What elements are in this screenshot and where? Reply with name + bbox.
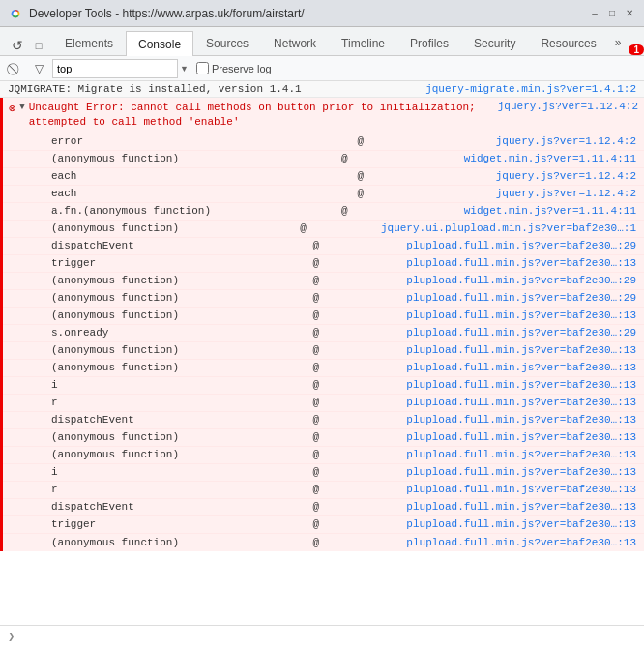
at-sign: @ [312, 344, 319, 356]
preserve-log-label[interactable]: Preserve log [196, 62, 272, 74]
error-message: Uncaught Error: cannot call methods on b… [29, 101, 486, 131]
stack-row: trigger@plupload.full.min.js?ver=baf2e30… [3, 255, 644, 273]
stack-file-link[interactable]: widget.min.js?ver=1.11.4:11 [464, 153, 636, 164]
stack-file-link[interactable]: plupload.full.min.js?ver=baf2e30…:29 [406, 292, 636, 304]
at-sign: @ [312, 397, 319, 408]
stack-function: i [51, 379, 225, 391]
at-sign: @ [341, 153, 348, 164]
nav-icons: ↺ □ [4, 36, 52, 55]
stack-function: r [51, 397, 225, 408]
stack-function: (anonymous function) [51, 153, 225, 164]
stack-row: (anonymous function)@plupload.full.min.j… [3, 360, 644, 377]
at-sign: @ [312, 518, 319, 530]
tab-network[interactable]: Network [261, 30, 329, 55]
info-file-link[interactable]: jquery-migrate.min.js?ver=1.4.1:2 [425, 83, 636, 95]
stack-file-link[interactable]: plupload.full.min.js?ver=baf2e30…:13 [406, 537, 636, 548]
stack-function: trigger [51, 257, 225, 269]
stack-file-link[interactable]: plupload.full.min.js?ver=baf2e30…:29 [406, 327, 636, 339]
stack-row: dispatchEvent@plupload.full.min.js?ver=b… [3, 238, 644, 255]
stack-file-link[interactable]: plupload.full.min.js?ver=baf2e30…:13 [406, 431, 636, 443]
stack-function: a.fn.(anonymous function) [51, 205, 225, 217]
stack-function: dispatchEvent [51, 240, 225, 251]
stack-row: (anonymous function)@jquery.ui.plupload.… [3, 221, 644, 238]
stack-file-link[interactable]: plupload.full.min.js?ver=baf2e30…:13 [406, 362, 636, 373]
stack-file-link[interactable]: jquery.js?ver=1.12.4:2 [496, 135, 636, 147]
filter-button[interactable]: ▽ [29, 59, 48, 78]
stack-file-link[interactable]: jquery.js?ver=1.12.4:2 [496, 170, 636, 182]
stack-file-link[interactable]: plupload.full.min.js?ver=baf2e30…:13 [406, 397, 636, 408]
at-sign: @ [312, 379, 319, 391]
title-bar: Developer Tools - https://www.arpas.uk/f… [0, 0, 644, 27]
tab-resources[interactable]: Resources [528, 30, 608, 55]
chevron-right-icon: » [615, 36, 622, 49]
stack-file-link[interactable]: plupload.full.min.js?ver=baf2e30…:13 [406, 501, 636, 513]
stack-row: trigger@plupload.full.min.js?ver=baf2e30… [3, 516, 644, 534]
filter-dropdown-arrow[interactable]: ▼ [180, 64, 189, 74]
stack-row: (anonymous function)@plupload.full.min.j… [3, 534, 644, 551]
preserve-log-checkbox[interactable] [196, 62, 209, 74]
stack-row: (anonymous function)@plupload.full.min.j… [3, 290, 644, 308]
stack-row: each@jquery.js?ver=1.12.4:2 [3, 186, 644, 203]
tab-security[interactable]: Security [461, 30, 528, 55]
error-badge: 1 [629, 44, 644, 55]
at-sign: @ [312, 431, 319, 443]
error-file-link[interactable]: jquery.js?ver=1.12.4:2 [498, 101, 638, 112]
at-sign: @ [312, 484, 319, 495]
stack-row: (anonymous function)@plupload.full.min.j… [3, 273, 644, 290]
svg-point-1 [14, 11, 18, 15]
stack-function: (anonymous function) [51, 275, 225, 286]
stack-row: (anonymous function)@plupload.full.min.j… [3, 342, 644, 360]
stack-file-link[interactable]: widget.min.js?ver=1.11.4:11 [464, 205, 636, 217]
stack-function: each [51, 170, 225, 182]
stack-file-link[interactable]: plupload.full.min.js?ver=baf2e30…:13 [406, 379, 636, 391]
stack-function: dispatchEvent [51, 414, 225, 426]
stack-file-link[interactable]: plupload.full.min.js?ver=baf2e30…:13 [406, 309, 636, 321]
more-tabs-button[interactable]: » [609, 30, 628, 55]
at-sign: @ [341, 205, 348, 217]
close-button[interactable]: ✕ [623, 7, 636, 20]
stack-function: (anonymous function) [51, 362, 225, 373]
stack-function: (anonymous function) [51, 344, 225, 356]
stack-file-link[interactable]: plupload.full.min.js?ver=baf2e30…:29 [406, 240, 636, 251]
prompt-arrow-icon: ❯ [8, 630, 15, 644]
stack-row: i@plupload.full.min.js?ver=baf2e30…:13 [3, 464, 644, 482]
stack-file-link[interactable]: plupload.full.min.js?ver=baf2e30…:13 [406, 466, 636, 478]
clear-button[interactable]: ⃠ [6, 59, 25, 78]
stack-row: each@jquery.js?ver=1.12.4:2 [3, 168, 644, 186]
error-icon: ⊗ [9, 102, 15, 116]
tab-elements[interactable]: Elements [52, 30, 126, 55]
stack-file-link[interactable]: plupload.full.min.js?ver=baf2e30…:13 [406, 257, 636, 269]
back-button[interactable]: ↺ [8, 36, 27, 55]
maximize-button[interactable]: □ [605, 7, 619, 20]
stack-file-link[interactable]: jquery.js?ver=1.12.4:2 [496, 188, 636, 199]
stack-row: dispatchEvent@plupload.full.min.js?ver=b… [3, 499, 644, 516]
stack-row: error@jquery.js?ver=1.12.4:2 [3, 133, 644, 151]
tab-profiles[interactable]: Profiles [397, 30, 461, 55]
stack-file-link[interactable]: plupload.full.min.js?ver=baf2e30…:13 [406, 518, 636, 530]
stack-file-link[interactable]: plupload.full.min.js?ver=baf2e30…:13 [406, 414, 636, 426]
at-sign: @ [358, 170, 365, 182]
at-sign: @ [358, 135, 365, 147]
at-sign: @ [312, 362, 319, 373]
stack-function: i [51, 466, 225, 478]
tab-sources[interactable]: Sources [193, 30, 261, 55]
stack-file-link[interactable]: plupload.full.min.js?ver=baf2e30…:29 [406, 275, 636, 286]
tab-timeline[interactable]: Timeline [329, 30, 397, 55]
stack-file-link[interactable]: plupload.full.min.js?ver=baf2e30…:13 [406, 344, 636, 356]
stack-file-link[interactable]: plupload.full.min.js?ver=baf2e30…:13 [406, 449, 636, 460]
expand-arrow[interactable]: ▼ [19, 103, 24, 112]
dock-button[interactable]: □ [29, 36, 48, 55]
stack-file-link[interactable]: plupload.full.min.js?ver=baf2e30…:13 [406, 484, 636, 495]
stack-row: i@plupload.full.min.js?ver=baf2e30…:13 [3, 377, 644, 395]
tab-console[interactable]: Console [126, 31, 193, 56]
stack-function: (anonymous function) [51, 222, 225, 234]
stack-row: (anonymous function)@plupload.full.min.j… [3, 429, 644, 447]
console-content[interactable]: JQMIGRATE: Migrate is installed, version… [0, 81, 644, 625]
at-sign: @ [312, 466, 319, 478]
filter-input[interactable] [52, 59, 178, 78]
stack-function: r [51, 484, 225, 495]
stack-function: trigger [51, 518, 225, 530]
stack-file-link[interactable]: jquery.ui.plupload.min.js?ver=baf2e30…:1 [381, 222, 636, 234]
toolbar: ⃠ ▽ ▼ Preserve log [0, 56, 644, 81]
minimize-button[interactable]: – [588, 7, 601, 20]
